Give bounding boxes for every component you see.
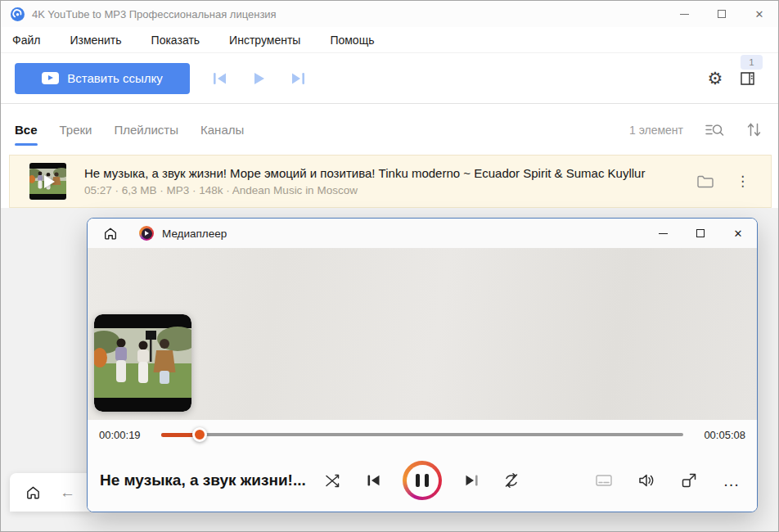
folder-icon: [696, 174, 714, 189]
video-area[interactable]: [88, 248, 757, 420]
gear-icon: ⚙: [708, 69, 723, 88]
menu-edit[interactable]: Изменить: [68, 30, 123, 50]
items-count-label: 1 элемент: [629, 124, 683, 137]
player-minimize-button[interactable]: [644, 219, 682, 248]
maximize-icon: [718, 10, 726, 18]
play-icon: [250, 70, 267, 87]
shuffle-icon: [324, 473, 342, 489]
captions-button[interactable]: [593, 470, 615, 491]
youtube-icon: [42, 72, 59, 84]
repeat-off-icon: [502, 472, 520, 489]
player-titlebar: Медиаплеер ✕: [88, 219, 757, 248]
toolbar: Вставить ссылку ⚙ 1: [1, 52, 778, 104]
track-meta: 05:27 · 6,3 MB · MP3 · 148k · Andean Mus…: [84, 183, 645, 199]
skip-next-icon: [290, 70, 307, 87]
maximize-button[interactable]: [703, 1, 741, 27]
track-row[interactable]: Не музыка, а звук жизни! Море эмоций и п…: [9, 155, 772, 208]
more-icon: ...: [723, 476, 740, 485]
captions-icon: [595, 473, 613, 488]
player-controls-bar: Не музыка, а звук жизни!...: [88, 449, 757, 512]
app-window-controls: ✕: [665, 1, 778, 27]
home-icon: [25, 485, 42, 501]
track-row-actions: ⋮: [696, 174, 771, 189]
background-player-window[interactable]: ←: [10, 473, 92, 512]
total-time: 00:05:08: [696, 429, 745, 441]
app-logo-icon: [11, 7, 25, 21]
player-window-title: Медиаплеер: [162, 228, 227, 240]
seek-row: 00:00:19 00:05:08: [88, 420, 757, 449]
tab-playlists[interactable]: Плейлисты: [114, 105, 178, 155]
search-button[interactable]: [705, 121, 725, 138]
paste-link-label: Вставить ссылку: [67, 71, 163, 85]
track-info: Не музыка, а звук жизни! Море эмоций и п…: [84, 165, 645, 199]
playback-controls: [322, 461, 522, 500]
seek-track: [161, 433, 683, 436]
menu-file[interactable]: Файл: [11, 30, 42, 50]
app-title: 4K YouTube to MP3 Профессиональная лицен…: [32, 8, 277, 20]
menu-tools[interactable]: Инструменты: [227, 30, 302, 50]
skip-previous-icon: [211, 70, 228, 87]
volume-button[interactable]: [636, 470, 657, 491]
sidebar-panel-icon: [739, 70, 757, 87]
shuffle-button[interactable]: [322, 470, 344, 491]
media-player-app-icon: [139, 226, 154, 241]
skip-previous-button[interactable]: [209, 69, 229, 88]
pause-button[interactable]: [403, 461, 442, 500]
mini-player-icon: [681, 472, 697, 489]
player-window-controls: ✕: [644, 219, 757, 248]
sidebar-count-badge: 1: [741, 55, 763, 70]
more-options-button[interactable]: ...: [721, 470, 742, 491]
next-track-button[interactable]: [461, 470, 482, 491]
previous-track-icon: [365, 472, 382, 489]
sidebar-toggle-button[interactable]: 1: [737, 68, 759, 89]
secondary-controls: ...: [593, 470, 742, 491]
app-window: 4K YouTube to MP3 Профессиональная лицен…: [0, 0, 779, 532]
transport-controls: [209, 69, 308, 88]
close-icon: ✕: [734, 228, 743, 239]
back-arrow-icon[interactable]: ←: [60, 484, 75, 502]
menu-bar: Файл Изменить Показать Инструменты Помощ…: [1, 27, 778, 52]
tab-tracks[interactable]: Треки: [60, 105, 92, 155]
minimize-icon: [659, 233, 668, 234]
track-title: Не музыка, а звук жизни! Море эмоций и п…: [84, 165, 645, 183]
repeat-button[interactable]: [501, 470, 522, 491]
background-home-button[interactable]: [25, 485, 42, 501]
player-home-button[interactable]: [98, 221, 123, 246]
media-player-window: Медиаплеер ✕: [87, 218, 758, 512]
now-playing-title: Не музыка, а звук жизни!...: [100, 471, 306, 489]
mini-player-button[interactable]: [678, 470, 700, 491]
home-icon: [102, 226, 119, 241]
close-icon: ✕: [755, 9, 764, 20]
tabs-bar: Все Треки Плейлисты Каналы 1 элемент: [1, 105, 778, 155]
track-menu-button[interactable]: ⋮: [736, 174, 750, 188]
player-maximize-button[interactable]: [682, 219, 719, 248]
seek-slider[interactable]: [161, 427, 683, 442]
search-icon: [705, 121, 725, 138]
tab-channels[interactable]: Каналы: [200, 105, 244, 155]
next-track-icon: [463, 472, 480, 489]
menu-view[interactable]: Показать: [150, 30, 202, 50]
skip-next-button[interactable]: [288, 69, 308, 88]
player-close-button[interactable]: ✕: [719, 219, 757, 248]
sort-icon: [746, 121, 762, 138]
thumbnail-play-icon: [29, 163, 66, 200]
minimize-button[interactable]: [665, 1, 703, 27]
track-thumbnail[interactable]: [29, 163, 66, 200]
maximize-icon: [696, 229, 705, 237]
close-button[interactable]: ✕: [741, 1, 778, 27]
paste-link-button[interactable]: Вставить ссылку: [15, 63, 190, 94]
tab-all[interactable]: Все: [15, 105, 38, 155]
pause-icon: [407, 465, 439, 497]
video-thumbnail[interactable]: [94, 314, 191, 412]
sort-button[interactable]: [746, 121, 762, 138]
seek-thumb[interactable]: [192, 427, 207, 442]
settings-button[interactable]: ⚙: [703, 66, 727, 91]
open-folder-button[interactable]: [696, 174, 714, 189]
play-button[interactable]: [249, 69, 268, 88]
minimize-icon: [680, 14, 689, 15]
previous-track-button[interactable]: [362, 470, 384, 491]
volume-icon: [637, 472, 655, 489]
app-titlebar: 4K YouTube to MP3 Профессиональная лицен…: [1, 1, 778, 27]
menu-help[interactable]: Помощь: [328, 30, 376, 50]
current-time: 00:00:19: [99, 429, 148, 441]
